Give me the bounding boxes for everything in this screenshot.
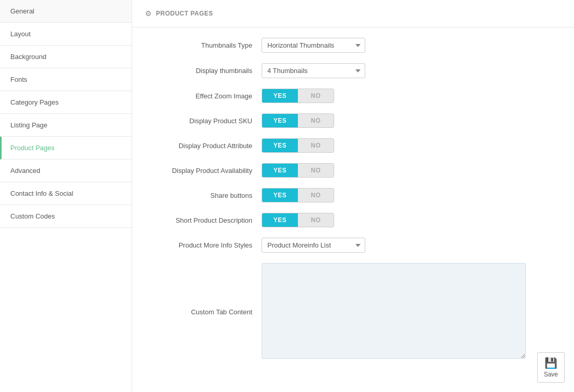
sidebar-item-listing-page[interactable]: Listing Page [0,114,132,137]
control-effect-zoom-image: YESNO [262,89,558,103]
toggle-display-product-availability: YESNO [262,163,334,178]
sidebar: GeneralLayoutBackgroundFontsCategory Pag… [0,0,132,392]
label-thumbnails-type: Thumbnails Type [148,41,262,49]
sidebar-item-general[interactable]: General [0,0,132,23]
control-display-product-availability: YESNO [262,163,558,178]
sidebar-item-product-pages[interactable]: Product Pages [0,137,132,159]
select-display-thumbnails[interactable]: 4 Thumbnails3 Thumbnails5 Thumbnails [262,63,365,78]
label-display-thumbnails: Display thumbnails [148,67,262,75]
toggle-display-product-attribute: YESNO [262,138,334,153]
toggle-no-display-product-availability[interactable]: NO [298,164,334,177]
toggle-display-product-sku: YESNO [262,113,334,128]
gear-icon: ⚙ [145,9,152,18]
sidebar-item-fonts[interactable]: Fonts [0,68,132,91]
toggle-no-effect-zoom-image[interactable]: NO [298,89,334,103]
label-short-product-description: Short Product Description [148,216,262,224]
control-display-product-attribute: YESNO [262,138,558,153]
sidebar-item-custom-codes[interactable]: Custom Codes [0,205,132,228]
form-row-custom-tab-content: Custom Tab Content [148,263,558,360]
control-short-product-description: YESNO [262,213,558,227]
control-thumbnails-type: Horizontal ThumbnailsVertical Thumbnails [262,38,558,53]
control-display-product-sku: YESNO [262,113,558,128]
control-product-more-info-styles: Product Moreinfo ListProduct Moreinfo Ta… [262,238,558,253]
toggle-yes-display-product-availability[interactable]: YES [262,164,298,177]
form-row-display-product-sku: Display Product SKUYESNO [148,113,558,128]
sidebar-item-contact-info-social[interactable]: Contact Info & Social [0,182,132,205]
form-row-effect-zoom-image: Effect Zoom ImageYESNO [148,89,558,103]
form-row-display-product-availability: Display Product AvailabilityYESNO [148,163,558,178]
toggle-yes-short-product-description[interactable]: YES [262,213,298,227]
select-product-more-info-styles[interactable]: Product Moreinfo ListProduct Moreinfo Ta… [262,238,365,253]
form-row-short-product-description: Short Product DescriptionYESNO [148,213,558,227]
control-custom-tab-content [262,263,558,360]
control-share-buttons: YESNO [262,188,558,202]
label-effect-zoom-image: Effect Zoom Image [148,92,262,100]
toggle-yes-display-product-sku[interactable]: YES [262,114,298,127]
toggle-share-buttons: YESNO [262,188,334,202]
toggle-no-display-product-attribute[interactable]: NO [298,139,334,152]
toggle-no-short-product-description[interactable]: NO [298,213,334,227]
form-row-product-more-info-styles: Product More Info StylesProduct Moreinfo… [148,238,558,253]
toggle-yes-share-buttons[interactable]: YES [262,188,298,202]
label-display-product-sku: Display Product SKU [148,117,262,125]
save-area: 💾 Save [537,352,565,383]
form-row-display-product-attribute: Display Product AttributeYESNO [148,138,558,153]
page-header: ⚙ PRODUCT PAGES [132,0,574,27]
form-area: Thumbnails TypeHorizontal ThumbnailsVert… [132,27,574,381]
label-share-buttons: Share buttons [148,192,262,199]
toggle-short-product-description: YESNO [262,213,334,227]
toggle-no-share-buttons[interactable]: NO [298,188,334,202]
save-label: Save [544,371,558,378]
save-button[interactable]: 💾 Save [537,352,565,383]
textarea-custom-tab-content[interactable] [262,263,526,359]
form-row-thumbnails-type: Thumbnails TypeHorizontal ThumbnailsVert… [148,38,558,53]
label-display-product-availability: Display Product Availability [148,167,262,175]
page-title: PRODUCT PAGES [156,10,213,17]
select-thumbnails-type[interactable]: Horizontal ThumbnailsVertical Thumbnails [262,38,365,53]
label-custom-tab-content: Custom Tab Content [148,308,262,316]
form-row-display-thumbnails: Display thumbnails4 Thumbnails3 Thumbnai… [148,63,558,78]
toggle-yes-display-product-attribute[interactable]: YES [262,139,298,152]
sidebar-item-layout[interactable]: Layout [0,23,132,46]
sidebar-item-advanced[interactable]: Advanced [0,159,132,182]
control-display-thumbnails: 4 Thumbnails3 Thumbnails5 Thumbnails [262,63,558,78]
toggle-yes-effect-zoom-image[interactable]: YES [262,89,298,103]
toggle-effect-zoom-image: YESNO [262,89,334,103]
label-product-more-info-styles: Product More Info Styles [148,241,262,249]
sidebar-item-category-pages[interactable]: Category Pages [0,91,132,114]
form-row-share-buttons: Share buttonsYESNO [148,188,558,202]
label-display-product-attribute: Display Product Attribute [148,142,262,150]
toggle-no-display-product-sku[interactable]: NO [298,114,334,127]
sidebar-item-background[interactable]: Background [0,46,132,68]
main-content: ⚙ PRODUCT PAGES Thumbnails TypeHorizonta… [132,0,574,381]
floppy-icon: 💾 [544,357,557,369]
